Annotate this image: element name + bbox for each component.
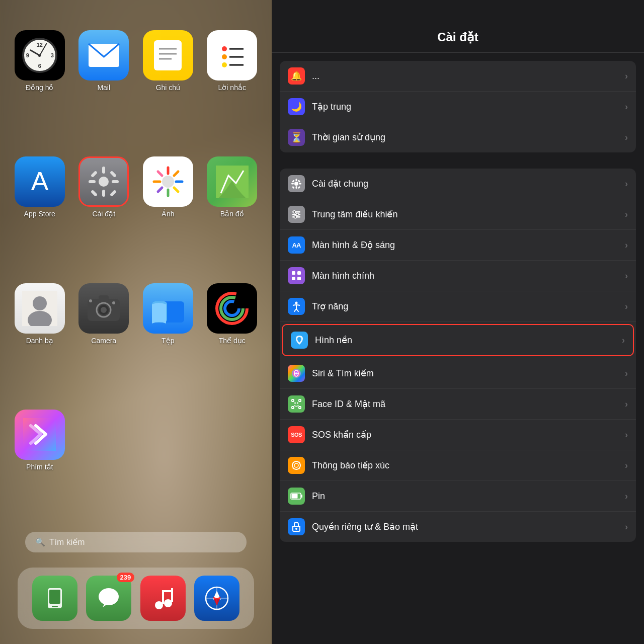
svg-point-94 (299, 462, 300, 463)
app-reminders[interactable]: Lời nhắc (203, 30, 262, 142)
accessibility-chevron: › (625, 301, 628, 312)
battery-icon (288, 488, 305, 505)
svg-rect-16 (89, 180, 96, 183)
settings-row-homescreen[interactable]: Màn hình chính › (280, 261, 636, 291)
app-maps[interactable]: Bản đồ (203, 156, 262, 269)
focus-icon: 🌙 (288, 98, 305, 115)
settings-row-faceid[interactable]: Face ID & Mật mã › (280, 389, 636, 420)
svg-point-40 (112, 301, 115, 304)
settings-row-battery[interactable]: Pin › (280, 481, 636, 512)
svg-rect-49 (49, 590, 60, 604)
app-grid: 12 6 9 3 Đồng hồ (10, 30, 262, 522)
homescreen-icon (288, 267, 305, 284)
files-icon-svg (151, 293, 185, 324)
app-appstore[interactable]: A App Store (10, 156, 69, 269)
app-files[interactable]: Tệp (138, 283, 198, 395)
svg-line-28 (174, 188, 178, 192)
settings-list: 🔔 ... › 🌙 Tập trung › ⏳ Thời gian sử dụn… (272, 53, 644, 644)
settings-row-display[interactable]: AA Màn hình & Độ sáng › (280, 230, 636, 261)
settings-row-accessibility[interactable]: Trợ năng › (280, 291, 636, 322)
svg-rect-1 (154, 40, 182, 70)
svg-point-46 (225, 301, 239, 315)
svg-point-81 (295, 302, 298, 304)
svg-point-8 (222, 62, 227, 67)
sos-label: SOS khẩn cấp (312, 429, 625, 440)
app-photos[interactable]: Ảnh (138, 156, 198, 269)
app-clock[interactable]: 12 6 9 3 Đồng hồ (10, 30, 69, 142)
settings-row-screentime[interactable]: ⏳ Thời gian sử dụng › (280, 122, 636, 152)
app-shortcuts[interactable]: Phím tắt (10, 410, 69, 522)
search-text: Tìm kiếm (49, 537, 85, 547)
svg-rect-5 (216, 39, 248, 71)
svg-rect-36 (99, 295, 109, 300)
photos-icon-svg (151, 165, 185, 199)
app-contacts[interactable]: Danh bạ (10, 283, 69, 395)
settings-row-exposure[interactable]: Thông báo tiếp xúc › (280, 450, 636, 481)
app-camera[interactable]: Camera (74, 283, 134, 395)
homescreen-label: Màn hình chính (312, 271, 625, 281)
app-mail-label: Mail (97, 84, 110, 92)
settings-title: Cài đặt (437, 30, 478, 44)
app-appstore-label: App Store (24, 210, 55, 218)
svg-rect-70 (298, 186, 301, 189)
appstore-icon-svg: A (24, 166, 55, 197)
accessibility-icon (288, 298, 305, 315)
svg-rect-78 (297, 271, 301, 275)
sos-chevron: › (625, 430, 628, 440)
settings-icon-svg (88, 166, 120, 198)
dock-music[interactable] (140, 576, 186, 621)
svg-rect-79 (292, 277, 295, 280)
app-contacts-label: Danh bạ (26, 337, 53, 345)
shortcuts-icon-svg (23, 418, 56, 451)
settings-row-focus[interactable]: 🌙 Tập trung › (280, 92, 636, 122)
svg-point-52 (155, 601, 163, 609)
svg-rect-85 (292, 399, 294, 401)
settings-row-siri[interactable]: Siri & Tìm kiếm › (280, 358, 636, 389)
dock-phone[interactable] (32, 576, 77, 621)
svg-point-75 (296, 213, 299, 216)
svg-rect-17 (112, 180, 119, 183)
svg-point-13 (99, 177, 109, 187)
home-screen: 12 6 9 3 Đồng hồ (0, 0, 272, 644)
wallpaper-label: Hình nền (315, 335, 622, 346)
app-reminders-label: Lời nhắc (218, 84, 246, 92)
svg-rect-67 (292, 180, 295, 183)
svg-point-41 (89, 299, 92, 302)
maps-icon-svg (216, 166, 249, 198)
svg-rect-18 (91, 171, 98, 178)
svg-point-97 (296, 461, 297, 462)
focus-label: Tập trung (312, 101, 625, 112)
svg-point-96 (299, 468, 300, 469)
settings-row-partial[interactable]: 🔔 ... › (280, 61, 636, 92)
settings-row-general[interactable]: Cài đặt chung › (280, 169, 636, 199)
app-settings[interactable]: Cài đặt (74, 156, 134, 269)
app-notes[interactable]: Ghi chú (138, 30, 198, 142)
dock-safari[interactable] (194, 576, 239, 621)
exposure-icon (288, 457, 305, 474)
screentime-chevron: › (625, 132, 628, 143)
svg-rect-101 (292, 494, 298, 499)
svg-rect-14 (102, 167, 105, 174)
settings-row-sos[interactable]: SOS SOS khẩn cấp › (280, 420, 636, 450)
battery-label: Pin (312, 491, 625, 502)
app-notes-label: Ghi chú (156, 84, 180, 92)
search-bar[interactable]: 🔍 Tìm kiếm (25, 532, 247, 552)
svg-rect-100 (301, 495, 302, 498)
display-label: Màn hình & Độ sáng (312, 239, 625, 251)
app-settings-label: Cài đặt (92, 210, 115, 218)
svg-point-33 (33, 296, 47, 310)
faceid-chevron: › (625, 399, 628, 410)
settings-row-privacy[interactable]: Quyền riêng tư & Bảo mật › (280, 512, 636, 542)
partial-icon: 🔔 (288, 67, 305, 85)
svg-point-53 (164, 599, 172, 607)
exposure-label: Thông báo tiếp xúc (312, 460, 625, 471)
wallpaper-icon (291, 332, 308, 349)
dock-messages[interactable]: 239 (86, 576, 131, 621)
svg-rect-65 (291, 183, 294, 185)
app-mail[interactable]: Mail (74, 30, 134, 142)
settings-row-wallpaper[interactable]: Hình nền › (282, 324, 634, 356)
wallpaper-chevron: › (622, 335, 625, 346)
privacy-label: Quyền riêng tư & Bảo mật (312, 521, 625, 532)
app-fitness[interactable]: Thể dục (203, 283, 262, 395)
settings-row-control[interactable]: Trung tâm điều khiển › (280, 199, 636, 230)
